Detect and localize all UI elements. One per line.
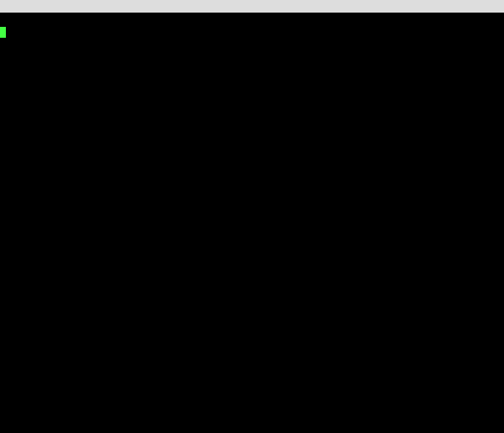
nano-titlebar: [0, 0, 504, 13]
cursor: [0, 27, 6, 38]
cursor-line[interactable]: [0, 25, 504, 38]
highlighted-line[interactable]: [0, 13, 504, 25]
terminal-screen: [0, 0, 504, 433]
